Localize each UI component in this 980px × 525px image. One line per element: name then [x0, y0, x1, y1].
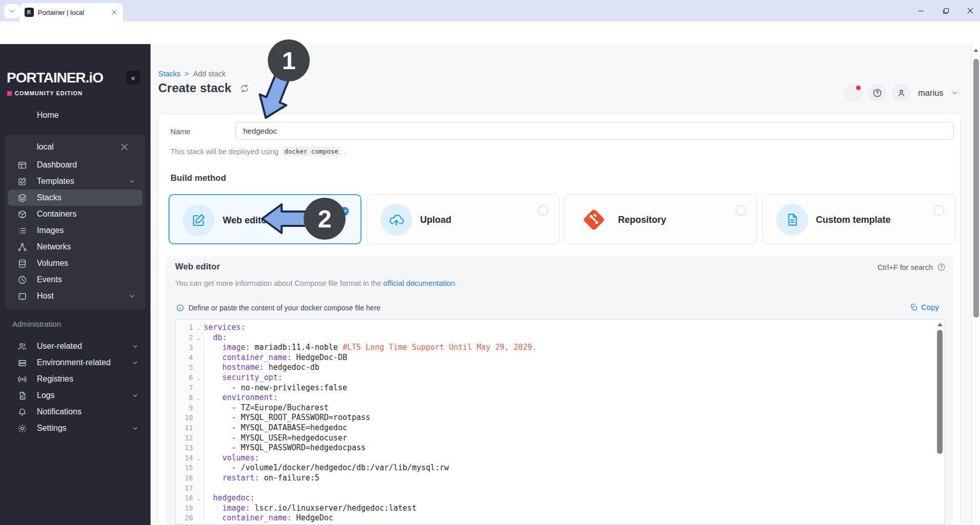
help-button[interactable] — [868, 83, 886, 102]
copy-button[interactable]: Copy — [910, 303, 939, 311]
sidebar-item-label: Images — [37, 226, 137, 235]
page-scrollbar-thumb[interactable] — [973, 59, 979, 318]
line-number: 18 — [176, 493, 193, 503]
line-number: 9 — [176, 403, 193, 413]
code-line[interactable]: volumes: — [204, 453, 259, 464]
code-line[interactable]: image: lscr.io/linuxserver/hedgedoc:late… — [204, 503, 416, 514]
code-line-row: 7 - no-new-privileges:false — [176, 383, 935, 393]
code-line[interactable]: - MYSQL_ROOT_PASSWORD=rootpass — [204, 413, 370, 423]
radio-icon[interactable] — [538, 205, 548, 216]
sidebar-item-notifications[interactable]: Notifications — [5, 404, 145, 420]
refresh-icon[interactable] — [240, 83, 249, 93]
build-method-web-editor[interactable]: Web editor — [168, 194, 361, 244]
fold-chevron-icon[interactable]: ⌄ — [193, 323, 204, 333]
build-method-upload[interactable]: Upload — [367, 194, 560, 244]
radio-icon[interactable] — [736, 205, 746, 216]
sidebar-item-registries[interactable]: Registries — [5, 371, 145, 387]
sidebar-item-label: Events — [37, 275, 137, 284]
fold-chevron-icon[interactable]: ⌄ — [193, 333, 204, 344]
screen: P. Portainer | local — [0, 0, 980, 525]
templates-icon — [17, 177, 27, 186]
code-line-row: 10 - MYSQL_ROOT_PASSWORD=rootpass — [176, 413, 935, 423]
page-scrollbar[interactable] — [971, 44, 980, 525]
sidebar-item-home[interactable]: Home — [5, 107, 163, 123]
sidebar-item-dashboard[interactable]: Dashboard — [8, 157, 142, 173]
environment-menu: DashboardTemplatesStacksContainersImages… — [8, 157, 142, 304]
sidebar-item-templates[interactable]: Templates — [8, 173, 142, 190]
environment-header[interactable]: local — [8, 137, 142, 157]
code-line[interactable]: environment: — [204, 393, 278, 403]
fold-chevron-icon[interactable]: ⌄ — [193, 393, 204, 404]
build-method-custom-template[interactable]: Custom template — [762, 194, 955, 244]
line-number: 4 — [176, 353, 193, 363]
stack-name-input[interactable] — [236, 122, 954, 140]
code-line-row: 14⌄ volumes: — [176, 453, 935, 464]
editor-scrollbar[interactable] — [936, 322, 943, 523]
user-button[interactable] — [892, 83, 910, 102]
environment-close-icon[interactable] — [119, 141, 130, 153]
sidebar-item-user-related[interactable]: User-related — [5, 338, 145, 354]
sidebar-item-volumes[interactable]: Volumes — [8, 255, 142, 271]
upload-icon — [380, 204, 412, 236]
code-line[interactable]: db: — [204, 333, 227, 343]
sidebar-item-label: Registries — [37, 374, 140, 384]
sidebar-item-label: Dashboard — [37, 160, 137, 170]
line-number: 17 — [176, 484, 193, 494]
code-line[interactable]: container_name: HedgeDoc-DB — [204, 353, 347, 363]
create-stack-card: Name This stack will be deployed using d… — [158, 114, 961, 525]
sidebar-item-images[interactable]: Images — [8, 222, 142, 239]
line-number: 13 — [176, 443, 193, 453]
fold-chevron-icon[interactable]: ⌄ — [193, 454, 204, 464]
define-hint: Define or paste the content of your dock… — [176, 304, 380, 312]
user-name[interactable]: marius — [918, 88, 944, 98]
window-minimize-icon[interactable] — [915, 5, 926, 16]
sidebar-item-logs[interactable]: Logs — [5, 387, 145, 404]
code-line[interactable]: - MYSQL_PASSWORD=hedgedocpass — [204, 443, 366, 453]
fold-chevron-icon[interactable]: ⌄ — [193, 373, 204, 384]
sidebar-item-events[interactable]: Events — [8, 271, 142, 288]
sidebar-item-networks[interactable]: Networks — [8, 239, 142, 255]
sidebar-item-settings[interactable]: Settings — [5, 420, 145, 436]
notifications-button[interactable] — [844, 83, 863, 102]
sidebar-item-environment-related[interactable]: Environment-related — [5, 354, 145, 371]
fold-chevron-icon[interactable]: ⌄ — [193, 494, 204, 504]
line-number: 12 — [176, 433, 193, 444]
code-line[interactable]: hedgedoc: — [204, 493, 254, 503]
portainer-logo[interactable]: PORTAINER.iO — [7, 70, 103, 86]
radio-icon[interactable] — [934, 205, 944, 216]
code-line[interactable]: - MYSQL_DATABASE=hedgedoc — [204, 423, 347, 433]
sidebar-item-label: Templates — [37, 177, 128, 186]
code-line[interactable]: security_opt: — [204, 373, 283, 383]
code-line[interactable]: services: — [204, 323, 245, 333]
sidebar-item-containers[interactable]: Containers — [8, 206, 142, 222]
code-line[interactable]: restart: on-failure:5 — [204, 473, 319, 484]
build-method-label: Build method — [171, 173, 226, 183]
code-line[interactable]: image: mariadb:11.4-noble #LTS Long Time… — [204, 343, 537, 353]
question-circle-icon[interactable] — [937, 263, 946, 271]
code-line[interactable]: - MYSQL_USER=hedgedocuser — [204, 433, 347, 444]
page-scroll-up-icon[interactable] — [974, 49, 978, 52]
code-line[interactable]: - TZ=Europe/Bucharest — [204, 403, 329, 413]
code-editor[interactable]: 1⌄services:2⌄ db:3 image: mariadb:11.4-n… — [175, 319, 945, 524]
editor-scroll-up-icon[interactable] — [938, 323, 943, 326]
tab-search-button[interactable] — [4, 4, 19, 18]
code-line[interactable]: - /volume1/docker/hedgedoc/db:/var/lib/m… — [204, 463, 449, 473]
build-method-repository[interactable]: Repository — [564, 194, 757, 244]
tab-close-icon[interactable] — [111, 9, 118, 16]
deploy-method-code: docker compose — [282, 146, 340, 156]
sidebar-collapse-button[interactable]: « — [126, 71, 140, 85]
tab-title: Portainer | local — [38, 9, 111, 16]
code-line[interactable]: - no-new-privileges:false — [204, 383, 347, 393]
editor-scrollbar-thumb[interactable] — [937, 330, 943, 454]
browser-tab[interactable]: P. Portainer | local — [19, 3, 123, 22]
window-restore-icon[interactable] — [940, 5, 951, 16]
user-chevron-down-icon[interactable] — [951, 89, 958, 97]
window-close-icon[interactable] — [965, 5, 976, 16]
code-line[interactable]: hostname: hedgedoc-db — [204, 363, 319, 373]
code-line-row: 11 - MYSQL_DATABASE=hedgedoc — [176, 423, 935, 433]
breadcrumb-stacks-link[interactable]: Stacks — [158, 70, 181, 78]
sidebar-item-stacks[interactable]: Stacks — [8, 190, 142, 206]
official-documentation-link[interactable]: official documentation — [384, 279, 455, 287]
sidebar-item-host[interactable]: Host — [8, 288, 142, 304]
code-line[interactable]: container_name: HedgeDoc — [204, 513, 333, 523]
